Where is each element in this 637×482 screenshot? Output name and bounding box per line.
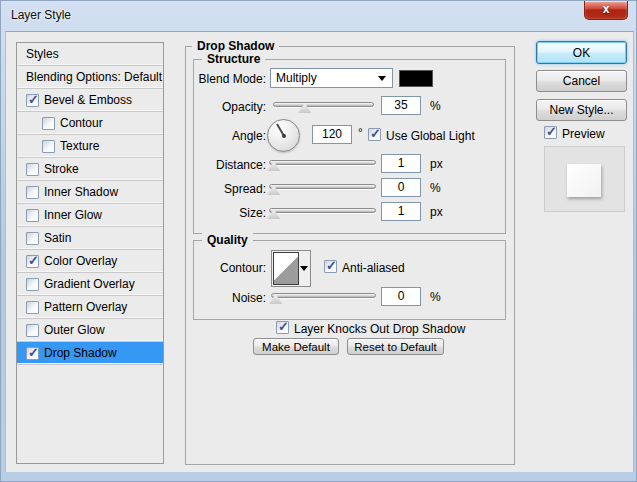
stroke-checkbox[interactable]	[26, 163, 39, 176]
slider-track	[269, 208, 376, 213]
make-default-button[interactable]: Make Default	[253, 338, 339, 355]
make-default-label: Make Default	[262, 341, 330, 353]
close-icon: x	[603, 2, 610, 16]
sidebar-item-satin[interactable]: Satin	[17, 227, 163, 250]
quality-legend: Quality	[202, 233, 253, 247]
contour-picker[interactable]	[271, 250, 311, 287]
sidebar-item-label: Styles	[26, 47, 59, 61]
reset-to-default-label: Reset to Default	[354, 341, 436, 353]
ok-label: OK	[573, 46, 590, 60]
inner-shadow-checkbox[interactable]	[26, 186, 39, 199]
size-label: Size:	[136, 206, 266, 220]
cancel-label: Cancel	[563, 74, 600, 88]
blend-mode-label: Blend Mode:	[136, 72, 266, 86]
sidebar-item-outer-glow[interactable]: Outer Glow	[17, 319, 163, 342]
angle-input[interactable]: 120	[312, 125, 352, 144]
use-global-light-label: Use Global Light	[386, 129, 475, 143]
blend-mode-value: Multiply	[276, 71, 317, 85]
spread-slider[interactable]	[269, 182, 376, 196]
new-style-button[interactable]: New Style...	[536, 99, 627, 121]
satin-checkbox[interactable]	[26, 232, 39, 245]
distance-unit: px	[430, 157, 443, 171]
opacity-slider[interactable]	[273, 100, 374, 114]
style-preview	[544, 146, 625, 212]
preview-label: Preview	[562, 127, 605, 141]
layer-knocks-out-label: Layer Knocks Out Drop Shadow	[294, 322, 465, 336]
angle-label: Angle:	[136, 129, 266, 143]
sidebar-item-label: Outer Glow	[44, 323, 105, 337]
contour-checkbox[interactable]	[42, 117, 55, 130]
dialog-title: Layer Style	[11, 8, 71, 22]
shadow-color-swatch[interactable]	[399, 70, 433, 87]
gradient-overlay-checkbox[interactable]	[26, 278, 39, 291]
contour-label: Contour:	[136, 261, 266, 275]
distance-slider[interactable]	[269, 158, 376, 172]
chevron-down-icon	[378, 76, 386, 81]
slider-track	[269, 160, 376, 165]
reset-to-default-button[interactable]: Reset to Default	[347, 338, 444, 355]
distance-label: Distance:	[136, 158, 266, 172]
size-unit: px	[430, 205, 443, 219]
chevron-down-icon[interactable]	[300, 266, 308, 271]
drop-shadow-checkbox[interactable]	[26, 347, 39, 360]
title-bar[interactable]: Layer Style x	[1, 1, 636, 31]
opacity-label: Opacity:	[136, 100, 266, 114]
sidebar-item-label: Texture	[60, 139, 99, 153]
sidebar-item-label: Pattern Overlay	[44, 300, 127, 314]
angle-center-dot	[282, 134, 286, 138]
preview-checkbox[interactable]	[544, 126, 557, 139]
slider-track	[271, 293, 376, 298]
sidebar-item-label: Stroke	[44, 162, 79, 176]
cancel-button[interactable]: Cancel	[536, 70, 627, 92]
noise-slider[interactable]	[271, 291, 376, 305]
sidebar-item-styles[interactable]: Styles	[17, 43, 163, 66]
size-input[interactable]: 1	[381, 202, 421, 221]
inner-glow-checkbox[interactable]	[26, 209, 39, 222]
layer-style-dialog: Layer Style x Styles Blending Options: D…	[0, 0, 637, 482]
bevel-emboss-checkbox[interactable]	[26, 94, 39, 107]
sidebar-item-label: Drop Shadow	[44, 346, 117, 360]
color-overlay-checkbox[interactable]	[26, 255, 39, 268]
texture-checkbox[interactable]	[42, 140, 55, 153]
blend-mode-select[interactable]: Multiply	[270, 68, 393, 88]
spread-unit: %	[430, 181, 441, 195]
sidebar-item-label: Bevel & Emboss	[44, 93, 132, 107]
noise-input[interactable]: 0	[381, 287, 421, 306]
distance-input[interactable]: 1	[381, 154, 421, 173]
quality-group: Quality	[193, 240, 506, 320]
style-preview-swatch	[567, 164, 601, 197]
sidebar-item-label: Satin	[44, 231, 71, 245]
ok-button[interactable]: OK	[536, 41, 627, 64]
angle-unit: °	[358, 126, 363, 140]
spread-label: Spread:	[136, 182, 266, 196]
noise-label: Noise:	[136, 291, 266, 305]
panel-title: Drop Shadow	[192, 39, 279, 53]
sidebar-item-label: Gradient Overlay	[44, 277, 135, 291]
pattern-overlay-checkbox[interactable]	[26, 301, 39, 314]
sidebar-item-drop-shadow[interactable]: Drop Shadow	[17, 342, 163, 365]
sidebar-item-label: Inner Shadow	[44, 185, 118, 199]
contour-thumbnail[interactable]	[273, 252, 299, 285]
opacity-unit: %	[430, 99, 441, 113]
angle-dial[interactable]	[267, 119, 300, 152]
structure-legend: Structure	[202, 52, 265, 66]
anti-aliased-label: Anti-aliased	[342, 261, 405, 275]
opacity-input[interactable]: 35	[381, 96, 421, 115]
outer-glow-checkbox[interactable]	[26, 324, 39, 337]
layer-knocks-out-checkbox[interactable]	[276, 321, 289, 334]
size-slider[interactable]	[269, 206, 376, 220]
sidebar-item-label: Inner Glow	[44, 208, 102, 222]
slider-track	[273, 102, 374, 107]
noise-unit: %	[430, 290, 441, 304]
spread-input[interactable]: 0	[381, 178, 421, 197]
close-button[interactable]: x	[584, 1, 628, 20]
sidebar-item-label: Color Overlay	[44, 254, 117, 268]
new-style-label: New Style...	[549, 103, 613, 117]
anti-aliased-checkbox[interactable]	[324, 260, 337, 273]
use-global-light-checkbox[interactable]	[368, 128, 381, 141]
sidebar-item-label: Contour	[60, 116, 103, 130]
slider-track	[269, 184, 376, 189]
dialog-body: Styles Blending Options: Default Bevel &…	[5, 31, 634, 472]
